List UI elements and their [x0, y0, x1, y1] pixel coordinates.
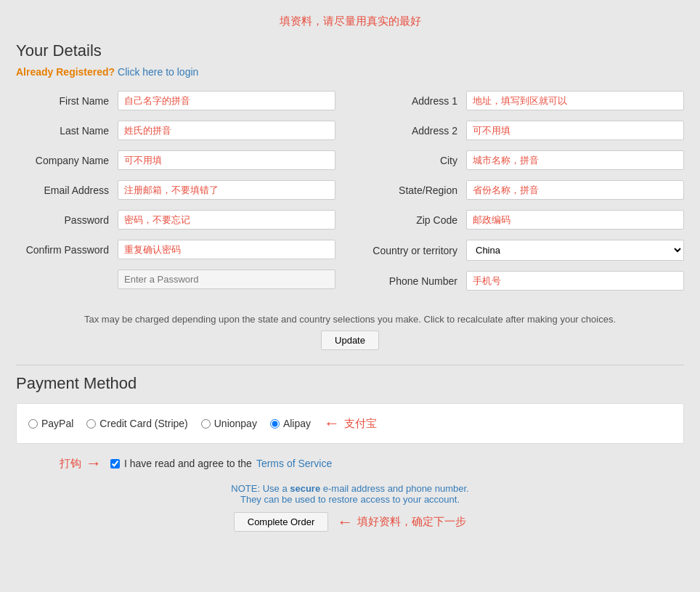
payment-box: PayPal Credit Card (Stripe) Unionpay Ali… — [16, 403, 684, 444]
left-column: First Name Last Name Company Name Email … — [16, 91, 335, 301]
password-label: Password — [16, 214, 118, 226]
form-row-email: Email Address — [16, 180, 335, 200]
section-title: Your Details — [16, 41, 684, 60]
unionpay-label: Unionpay — [214, 418, 257, 429]
form-row-password: Password — [16, 210, 335, 230]
address1-input[interactable] — [466, 91, 684, 110]
complete-arrow-icon: ← — [337, 513, 353, 532]
note-section: NOTE: Use a secure e-mail address and ph… — [16, 483, 684, 505]
address2-label: Address 2 — [365, 125, 466, 137]
form-row-address1: Address 1 — [365, 91, 684, 110]
terms-check: I have read and agree to the Terms of Se… — [110, 458, 332, 469]
first-name-input[interactable] — [118, 91, 335, 110]
form-row-city: City — [365, 150, 684, 170]
divider — [16, 365, 684, 365]
payment-section: Payment Method PayPal Credit Card (Strip… — [16, 374, 684, 532]
terms-annotation-label: 打钩 — [60, 457, 81, 471]
form-row-company: Company Name — [16, 150, 335, 170]
complete-order-button[interactable]: Complete Order — [234, 512, 328, 532]
address2-input[interactable] — [466, 121, 684, 140]
email-input[interactable] — [118, 180, 335, 200]
address1-label: Address 1 — [365, 95, 466, 107]
form-row-phone: Phone Number — [365, 271, 684, 291]
credit-card-radio[interactable] — [86, 419, 96, 429]
form-row-country: Country or territory China — [365, 240, 684, 261]
alipay-annotation: ← 支付宝 — [324, 414, 377, 433]
paypal-label: PayPal — [41, 418, 73, 429]
complete-annotation: ← 填好资料，确定下一步 — [337, 513, 466, 532]
last-name-input[interactable] — [118, 121, 335, 140]
terms-row: 打钩 → I have read and agree to the Terms … — [16, 454, 684, 473]
note-prefix: NOTE: Use a — [231, 483, 290, 494]
update-button[interactable]: Update — [321, 331, 379, 350]
note-bold: secure — [290, 483, 320, 494]
terms-checkbox[interactable] — [110, 459, 120, 469]
top-notice: 填资料，请尽量用真实的最好 — [16, 15, 684, 28]
form-row-zip: Zip Code — [365, 210, 684, 230]
alipay-option: Alipay — [270, 418, 311, 429]
credit-card-option: Credit Card (Stripe) — [86, 418, 187, 429]
paypal-radio[interactable] — [28, 419, 38, 429]
company-label: Company Name — [16, 155, 118, 166]
terms-arrow-icon: → — [86, 454, 102, 473]
company-input[interactable] — [118, 150, 335, 170]
password-hint-row — [16, 269, 335, 289]
page-container: 填资料，请尽量用真实的最好 Your Details Already Regis… — [16, 15, 684, 532]
form-row-address2: Address 2 — [365, 121, 684, 140]
zip-input[interactable] — [466, 210, 684, 230]
password-hint-input[interactable] — [118, 269, 335, 289]
payment-title: Payment Method — [16, 374, 684, 393]
terms-link[interactable]: Terms of Service — [256, 458, 332, 469]
form-row-last-name: Last Name — [16, 121, 335, 140]
zip-label: Zip Code — [365, 214, 466, 226]
form-row-state: State/Region — [365, 180, 684, 200]
note-line1: NOTE: Use a secure e-mail address and ph… — [16, 483, 684, 494]
email-label: Email Address — [16, 185, 118, 196]
login-link[interactable]: Click here to login — [118, 66, 198, 78]
country-select[interactable]: China — [466, 240, 684, 261]
terms-annotation: 打钩 → — [60, 454, 102, 473]
alipay-arrow-icon: ← — [324, 414, 340, 433]
alipay-radio[interactable] — [270, 419, 280, 429]
alipay-annotation-text: 支付宝 — [344, 417, 377, 431]
country-label: Country or territory — [365, 245, 466, 256]
note-suffix: e-mail address and phone number. — [320, 483, 469, 494]
form-row-confirm-password: Confirm Password — [16, 240, 335, 259]
already-registered-label: Already Registered? — [16, 66, 115, 78]
form-grid: First Name Last Name Company Name Email … — [16, 91, 684, 301]
complete-annotation-text: 填好资料，确定下一步 — [357, 515, 466, 529]
form-row-first-name: First Name — [16, 91, 335, 110]
phone-input[interactable] — [466, 271, 684, 291]
unionpay-radio[interactable] — [201, 419, 211, 429]
first-name-label: First Name — [16, 95, 118, 107]
password-input[interactable] — [118, 210, 335, 230]
city-label: City — [365, 155, 466, 166]
city-input[interactable] — [466, 150, 684, 170]
confirm-password-input[interactable] — [118, 240, 335, 259]
state-input[interactable] — [466, 180, 684, 200]
credit-card-label: Credit Card (Stripe) — [99, 418, 187, 429]
complete-row: Complete Order ← 填好资料，确定下一步 — [16, 512, 684, 532]
phone-label: Phone Number — [365, 275, 466, 287]
terms-label: I have read and agree to the — [124, 458, 252, 469]
already-registered-row: Already Registered? Click here to login — [16, 66, 684, 78]
state-label: State/Region — [365, 185, 466, 196]
alipay-label: Alipay — [283, 418, 311, 429]
confirm-password-label: Confirm Password — [16, 244, 118, 256]
last-name-label: Last Name — [16, 125, 118, 137]
right-column: Address 1 Address 2 City State/Region Zi… — [365, 91, 684, 301]
unionpay-option: Unionpay — [201, 418, 257, 429]
tax-notice: Tax may be charged depending upon the st… — [16, 314, 684, 325]
paypal-option: PayPal — [28, 418, 73, 429]
note-line2: They can be used to restore access to yo… — [16, 494, 684, 505]
